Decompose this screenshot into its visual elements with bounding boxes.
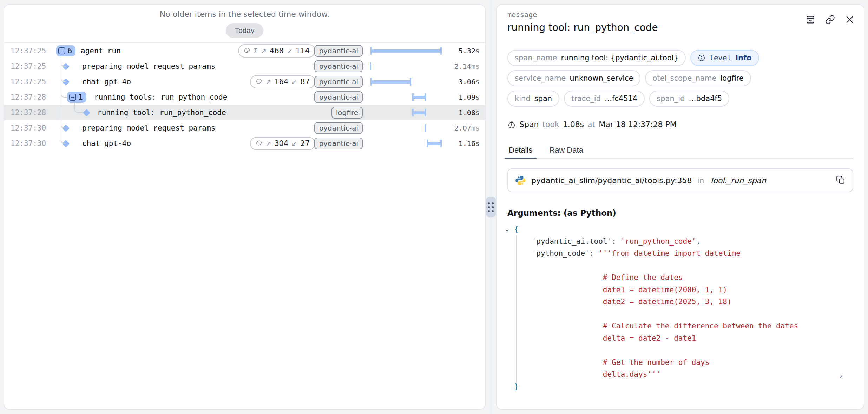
arguments-heading: Arguments: (as Python): [507, 208, 616, 218]
trace-row[interactable]: 12:37:25preparing model request paramspy…: [4, 59, 485, 74]
input-tokens: 304: [274, 139, 288, 148]
tree-elbow: [61, 61, 66, 67]
scope-tag: pydantic-ai: [314, 138, 363, 149]
duration-label: 1.09s: [459, 89, 480, 105]
today-button[interactable]: Today: [226, 23, 263, 38]
timeline-lane: [370, 89, 442, 105]
duration-tick: [425, 124, 426, 132]
code-line: delta = date2 - date1: [514, 332, 857, 345]
trace-row[interactable]: 12:37:281running tools: run_python_codep…: [4, 89, 485, 105]
attribute-pill-service_name[interactable]: service_nameunknown_service: [507, 70, 640, 86]
pill-key: otel_scope_name: [652, 74, 716, 82]
duration-label: 2.07ms: [454, 120, 480, 136]
duration-tick: [370, 62, 371, 70]
code-line: 'pydantic_ai.tool': 'run_python_code',: [514, 235, 857, 248]
info-icon: [698, 54, 705, 62]
scope-tag: logfire: [331, 107, 363, 119]
attribute-pill-span_name[interactable]: span_namerunning tool: {pydantic_ai.tool…: [507, 50, 686, 66]
pill-key: span_name: [515, 54, 557, 62]
python-icon: [515, 175, 526, 186]
attribute-pill-otel_scope_name[interactable]: otel_scope_namelogfire: [645, 70, 751, 86]
tree-elbow: [61, 92, 67, 98]
duration-bar: [412, 96, 426, 99]
timeline-lane: [370, 120, 442, 136]
tab-raw-data[interactable]: Raw Data: [548, 142, 585, 158]
collapse-chevron-icon[interactable]: ⌄: [505, 222, 509, 235]
attribute-pill-level[interactable]: levelInfo: [690, 50, 759, 66]
trace-row[interactable]: 12:37:256agent runΣ↗468↙114pydantic-ai5.…: [4, 43, 485, 59]
pill-key: trace_id: [571, 94, 601, 103]
timestamp: 12:37:30: [11, 136, 46, 151]
attribute-pills: span_namerunning tool: {pydantic_ai.tool…: [507, 50, 759, 107]
code-line: date1 = datetime(2000, 1, 1): [514, 284, 857, 296]
collapse-badge[interactable]: 6: [56, 45, 75, 56]
input-tokens-arrow-icon: ↗: [265, 78, 271, 86]
code-line: }: [514, 381, 857, 393]
span-name: preparing model request params: [82, 59, 215, 74]
duration-bar: [370, 80, 411, 84]
span-name: preparing model request params: [82, 120, 215, 136]
attribute-pill-span_id[interactable]: span_id…bda4f5: [649, 91, 729, 107]
duration-label: 5.32s: [459, 43, 480, 59]
output-tokens-arrow-icon: ↙: [291, 140, 297, 147]
input-tokens-arrow-icon: ↗: [261, 47, 267, 55]
trace-row[interactable]: 12:37:30chat gpt-4o↗304↙27pydantic-ai1.1…: [4, 136, 485, 151]
dock-panel-icon[interactable]: [805, 15, 815, 25]
span-name: chat gpt-4o: [82, 74, 131, 89]
child-count: 6: [67, 47, 72, 55]
tree-elbow: [61, 123, 66, 128]
output-tokens-arrow-icon: ↙: [287, 47, 292, 55]
child-count: 1: [78, 93, 83, 101]
tree-trunk: [61, 56, 61, 141]
pill-key: service_name: [515, 74, 566, 82]
trace-row[interactable]: 12:37:25chat gpt-4o↗164↙87pydantic-ai3.0…: [4, 74, 485, 89]
duration-label: 1.08s: [459, 105, 480, 120]
tab-details[interactable]: Details: [507, 142, 534, 158]
panel-resize-handle[interactable]: [486, 197, 496, 217]
timeline-lane: [370, 43, 442, 59]
trace-panel-header: No older items in the selected time wind…: [4, 5, 485, 43]
duration-bar: [412, 111, 426, 114]
scope-tag: pydantic-ai: [314, 76, 363, 88]
input-tokens-arrow-icon: ↗: [265, 140, 271, 147]
scope-tag: pydantic-ai: [314, 91, 363, 103]
scope-tag: pydantic-ai: [314, 60, 363, 72]
tree-trunk: [74, 103, 75, 108]
collapse-badge[interactable]: 1: [67, 92, 86, 103]
span-name: chat gpt-4o: [82, 136, 131, 151]
collapse-minus-icon: [58, 47, 65, 54]
pill-value: running tool: {pydantic_ai.tool}: [561, 54, 678, 62]
code-location-card[interactable]: pydantic_ai_slim/pydantic_ai/tools.py:35…: [507, 168, 853, 192]
close-icon[interactable]: [845, 15, 855, 25]
tokens-coin-icon: [244, 47, 250, 55]
attribute-pill-trace_id[interactable]: trace_id…fc4514: [564, 91, 645, 107]
code-line: ⌄{: [514, 223, 857, 235]
span-timing: Span took 1.08s at Mar 18 12:37:28 PM: [507, 120, 677, 129]
duration-label: 1.16s: [459, 136, 480, 151]
code-line: # Define the dates: [514, 272, 857, 284]
span-name: running tools: run_python_code: [94, 89, 227, 105]
output-tokens: 87: [300, 78, 310, 86]
code-location-in: in: [697, 176, 704, 185]
detail-kind-label: message: [507, 11, 537, 19]
timeline-lane: [370, 59, 442, 74]
duration-label: 2.14ms: [454, 59, 480, 74]
tokens-coin-icon: [256, 78, 262, 86]
code-line: [514, 260, 857, 272]
code-line: [514, 308, 857, 320]
code-line: # Calculate the difference between the d…: [514, 320, 857, 332]
attribute-pill-row: service_nameunknown_serviceotel_scope_na…: [507, 70, 751, 86]
timestamp: 12:37:30: [11, 120, 46, 136]
attribute-pill-kind[interactable]: kindspan: [507, 91, 559, 107]
code-location-function: Tool._run_span: [710, 176, 767, 185]
code-line: # Get the number of days: [514, 356, 857, 369]
attribute-pill-row: span_namerunning tool: {pydantic_ai.tool…: [507, 50, 759, 66]
tree-elbow: [74, 107, 83, 113]
output-tokens-arrow-icon: ↙: [291, 78, 297, 86]
sigma-icon: Σ: [254, 47, 258, 55]
duration-label: 3.06s: [459, 74, 480, 89]
empty-notice: No older items in the selected time wind…: [160, 10, 329, 19]
copy-link-icon[interactable]: [825, 15, 835, 25]
copy-icon[interactable]: [836, 175, 846, 185]
trace-row[interactable]: 12:37:30preparing model request paramspy…: [4, 120, 485, 136]
